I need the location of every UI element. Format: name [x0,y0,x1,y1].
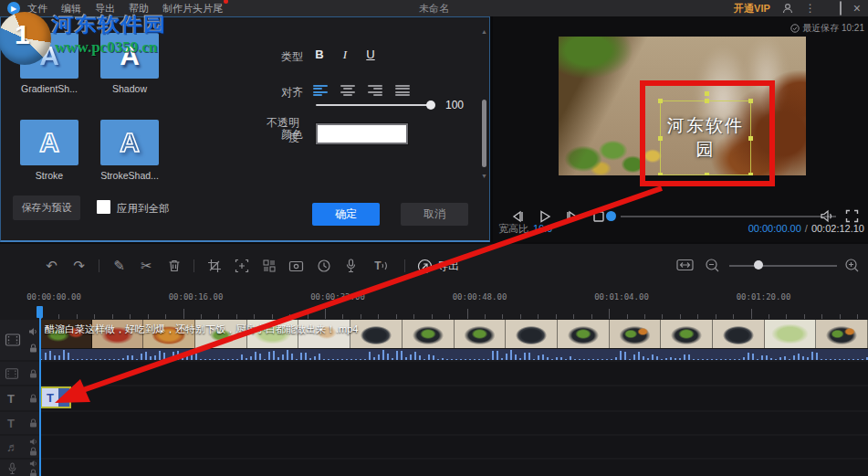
preset-tile-shadow[interactable]: A [100,33,159,79]
apply-all-checkbox[interactable] [97,200,110,214]
mute-icon[interactable] [29,460,37,468]
thumbnail-wok-dark[interactable] [506,320,558,348]
thumbnail-wok-green[interactable] [455,320,507,348]
track-pip [0,362,868,385]
save-preset-button[interactable]: 保存为预设 [13,196,80,220]
track-text-2-body[interactable] [40,412,868,434]
menu-item-3[interactable]: 帮助 [129,2,149,16]
apply-all-label: 应用到全部 [117,202,170,216]
close-icon[interactable]: × [853,2,861,15]
color-swatch[interactable] [316,123,408,144]
preset-letter: A [39,42,59,69]
thumbnail-wok-dark[interactable] [713,320,765,348]
align-left-button[interactable] [313,84,328,97]
preset-tile-stroke[interactable]: A [20,120,78,165]
timeline-panel: ↶ ↷ ✎ ✂ T 导出 [0,244,868,476]
thumbnail-wok-mix[interactable] [816,320,868,348]
lock-icon[interactable] [29,418,37,428]
thumbnail-wok-green[interactable] [403,320,455,348]
export-button[interactable]: 导出 [417,259,459,274]
menubar: 文件编辑导出帮助制作片头片尾 [27,2,223,16]
delete-icon[interactable] [166,259,182,274]
preview-info-bar: 宽高比 16:9 00:00:00.00/00:02:12.10 [498,220,864,237]
thumbnail-cabbage[interactable] [765,320,817,348]
record-icon[interactable] [288,259,304,274]
thumbnail-wok-dark[interactable] [350,320,403,348]
lock-icon[interactable] [29,447,37,456]
track-text-1-body[interactable]: T [40,386,868,410]
split-icon[interactable]: ✂ [139,259,154,274]
align-right-button[interactable] [368,84,382,97]
timeline-zoom-handle[interactable] [754,260,763,270]
voiceover-icon[interactable] [343,259,359,274]
menu-item-0[interactable]: 文件 [27,2,47,16]
freeze-frame-icon[interactable] [234,259,249,274]
lock-icon[interactable] [29,394,37,403]
ruler-label: 00:00:16.00 [169,292,224,301]
titlebar: ▶ 文件编辑导出帮助制作片头片尾 未命名 开通VIP ⋮ × [0,0,868,16]
thumbnail-wok-mix[interactable] [610,320,662,348]
lock-icon[interactable] [29,469,37,476]
more-icon[interactable]: ⋮ [805,3,816,14]
lock-icon[interactable] [29,344,37,353]
seek-bar[interactable] [621,216,836,217]
cancel-button[interactable]: 取消 [401,203,468,226]
export-icon [417,259,433,274]
align-center-button[interactable] [340,84,355,97]
zoom-out-icon[interactable] [705,258,720,273]
mute-icon[interactable] [28,327,37,336]
lock-icon[interactable] [29,369,37,378]
preset-tile-stroke-shadow[interactable]: A [100,120,159,165]
track-pip-body[interactable] [40,362,868,385]
zoom-in-icon[interactable] [844,258,860,273]
mute-icon[interactable] [29,438,37,446]
align-justify-button[interactable] [395,84,410,97]
track-text-1-header[interactable]: T [0,386,40,410]
underline-button[interactable]: U [362,48,379,61]
edit-icon[interactable]: ✎ [111,259,127,274]
timeline-ruler[interactable]: 00:00:00.0000:00:16.0000:00:32.0000:00:4… [0,290,868,320]
track-music-header[interactable]: ♬ [0,436,40,458]
bold-button[interactable]: B [311,48,328,61]
preset-tile-gradient-shadow[interactable]: A [20,33,78,79]
ruler-label: 00:00:48.00 [453,292,507,301]
track-voiceover-header[interactable] [0,460,40,476]
italic-button[interactable]: I [337,48,353,62]
menu-item-1[interactable]: 编辑 [61,2,81,16]
track-music-body[interactable] [40,436,868,458]
menu-item-2[interactable]: 导出 [95,2,115,16]
timeline-zoom-slider[interactable] [729,265,837,267]
user-icon[interactable] [782,3,793,14]
fit-timeline-icon[interactable] [676,258,694,272]
crop-icon[interactable] [206,259,222,274]
mosaic-icon[interactable] [261,259,277,274]
opacity-slider[interactable] [316,104,431,106]
pip-track-icon [5,367,19,379]
scroll-up-icon[interactable]: ▲ [481,28,487,35]
preset-label: GradientSh... [8,83,90,94]
track-text-2-header[interactable]: T [0,412,40,434]
text-clip[interactable]: T [40,386,71,408]
toolbar-divider [99,259,99,272]
undo-icon[interactable]: ↶ [44,259,59,274]
track-pip-header[interactable] [0,362,40,385]
redo-icon[interactable]: ↷ [71,259,87,274]
text-to-speech-icon[interactable]: T [371,259,392,274]
dialog-scrollbar[interactable] [482,100,486,167]
thumbnail-wok-green[interactable] [558,320,610,348]
thumbnail-wok-green[interactable] [661,320,713,348]
aspect-ratio-value[interactable]: 16:9 [533,223,552,234]
vip-button[interactable]: 开通VIP [734,2,770,16]
menu-item-4[interactable]: 制作片头片尾 [162,2,223,16]
track-voiceover-body[interactable] [40,460,868,476]
maximize-icon[interactable] [840,3,842,14]
scroll-down-icon[interactable]: ▼ [481,173,487,179]
opacity-slider-handle[interactable] [426,100,435,110]
track-video-body[interactable]: 醋溜白菜这样做，好吃到爆，还特别下饭，厨房小白都能做出来！.mp4 [40,320,868,360]
duration-icon[interactable] [316,259,331,274]
aspect-ratio-label: 宽高比 [498,222,528,236]
confirm-button[interactable]: 确定 [312,203,380,226]
track-music: ♬ [0,436,868,458]
preset-letter: A [120,129,140,156]
track-video-header[interactable] [0,320,40,360]
